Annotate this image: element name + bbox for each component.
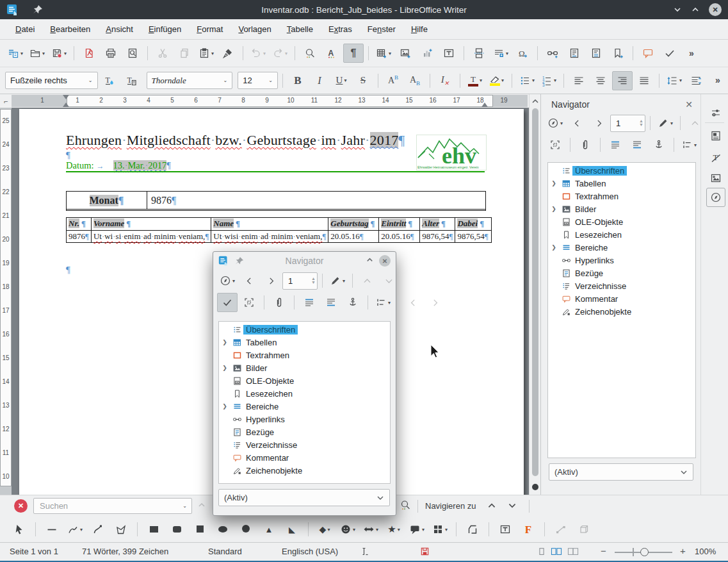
compass-button[interactable]: ▾ <box>545 113 565 133</box>
dropdown-arrow-icon[interactable]: ▾ <box>263 51 266 56</box>
track-changes-button[interactable] <box>659 44 680 63</box>
navigator-item-kommentar[interactable]: Kommentar <box>548 292 695 305</box>
expander-icon[interactable]: ❯ <box>219 403 231 409</box>
justify-button[interactable] <box>634 71 654 90</box>
chevron-right-button[interactable] <box>425 293 445 312</box>
navigator-item-verzeichnisse[interactable]: Verzeichnisse <box>219 438 390 451</box>
scrollbar-thumb[interactable] <box>532 108 538 476</box>
dropdown-arrow-icon[interactable]: ▾ <box>80 527 83 533</box>
menu-fenster[interactable]: Fenster <box>361 22 402 37</box>
chevron-right-button[interactable] <box>588 113 609 133</box>
navigator-item-bereiche[interactable]: ❯Bereiche <box>219 400 390 413</box>
zoom-level[interactable]: 100% <box>695 547 716 556</box>
check-button[interactable] <box>217 293 238 312</box>
navigator-item-kommentar[interactable]: Kommentar <box>219 451 390 464</box>
navigator-item-oleobjekte[interactable]: OLE-Objekte <box>548 215 695 228</box>
search-combo[interactable]: ⌄ <box>33 498 192 514</box>
dropdown-arrow-icon[interactable]: ▾ <box>694 142 697 148</box>
edit-points-button[interactable] <box>551 520 571 539</box>
italic-button[interactable]: I <box>309 71 330 90</box>
outline-levels-button[interactable]: ▾ <box>679 135 699 154</box>
navigator-item-verzeichnisse[interactable]: Verzeichnisse <box>548 279 695 292</box>
comment-button[interactable] <box>638 44 658 63</box>
scroll-down-icon[interactable] <box>531 475 540 484</box>
footnote-button[interactable] <box>564 44 585 63</box>
outline-levels-button[interactable]: ▾ <box>373 293 393 312</box>
page-number-spinbox[interactable]: ▲▼ <box>610 115 645 132</box>
member-table[interactable]: Nr. ¶Vorname ¶Name ¶Geburtstag ¶Eintritt… <box>66 217 492 243</box>
dropdown-arrow-icon[interactable]: ▾ <box>445 527 448 533</box>
rail-properties-tab[interactable] <box>706 103 725 122</box>
left-indent-marker[interactable] <box>63 103 69 107</box>
content-view-button[interactable] <box>545 135 565 154</box>
navigator-item-bezge[interactable]: Bezüge <box>219 426 390 438</box>
dropdown-arrow-icon[interactable]: ▾ <box>679 78 682 83</box>
dropdown-arrow-icon[interactable]: ▾ <box>388 300 391 306</box>
rail-gallery-tab[interactable] <box>706 169 725 188</box>
circle-button[interactable] <box>236 520 256 539</box>
page-number-input[interactable] <box>615 118 639 129</box>
textbox-button[interactable] <box>495 520 515 539</box>
page-break-button[interactable] <box>469 44 489 63</box>
fontwork-button[interactable]: F <box>518 520 538 539</box>
dropdown-arrow-icon[interactable]: ▾ <box>389 51 391 56</box>
symbol-shapes-button[interactable]: ▾ <box>337 520 358 539</box>
navigator-item-oleobjekte[interactable]: OLE-Objekte <box>219 374 390 387</box>
navigate-next-icon[interactable] <box>507 500 517 511</box>
spin-arrows[interactable]: ▲▼ <box>311 277 316 285</box>
page-number-input[interactable] <box>287 276 311 286</box>
menu-format[interactable]: Format <box>190 22 229 37</box>
menu-ansicht[interactable]: Ansicht <box>99 22 140 37</box>
navigator-titlebar[interactable]: Navigator ✕ <box>213 252 396 270</box>
navigator-item-tabellen[interactable]: ❯Tabellen <box>219 336 390 349</box>
chevron-up-button[interactable] <box>357 271 378 290</box>
page-number-spinbox[interactable]: ▲▼ <box>282 272 318 290</box>
bookmark-button[interactable] <box>608 44 628 63</box>
extrusion-button[interactable] <box>574 520 594 539</box>
bullets-button[interactable]: ▾ <box>517 71 537 90</box>
compass-button[interactable]: ▾ <box>217 271 238 290</box>
dropdown-arrow-icon[interactable]: ▾ <box>554 78 556 83</box>
navigator-item-bilder[interactable]: ❯Bilder <box>548 202 695 215</box>
overflow-button[interactable]: » <box>681 44 702 63</box>
find-replace-button[interactable] <box>300 44 320 63</box>
edit-pencil-button[interactable]: ▾ <box>327 271 348 290</box>
clone-button[interactable] <box>218 44 238 63</box>
zoom-slider-thumb[interactable] <box>640 548 649 556</box>
hyperlink-button[interactable] <box>542 44 563 63</box>
maximize-button[interactable] <box>691 5 700 14</box>
header-lines-button[interactable] <box>605 135 626 154</box>
new-doc-button[interactable]: ▾ <box>5 44 26 63</box>
monat-table[interactable]: Monat¶ 9876¶ <box>66 191 486 211</box>
block-arrows-button[interactable]: ▾ <box>360 520 381 539</box>
spelling-button[interactable]: A <box>321 44 342 63</box>
underline-button[interactable]: U▾ <box>331 71 352 90</box>
navigator-item-bilder[interactable]: ❯Bilder <box>219 361 390 374</box>
find-and-replace-icon[interactable] <box>400 499 411 511</box>
dropdown-arrow-icon[interactable]: ▾ <box>42 51 45 56</box>
expander-icon[interactable]: ❯ <box>548 180 560 186</box>
multi-page-view-icon[interactable] <box>549 547 563 557</box>
right-triangle-button[interactable]: ◣ <box>282 520 302 539</box>
dropdown-arrow-icon[interactable]: ▾ <box>376 527 378 533</box>
compass-tab[interactable] <box>706 188 725 207</box>
page-count-status[interactable]: Seite 1 von 1 <box>10 547 58 556</box>
subscript-button[interactable]: AB <box>405 71 425 90</box>
dropdown-arrow-icon[interactable]: ▾ <box>670 120 673 126</box>
dropdown-arrow-icon[interactable]: ▾ <box>422 527 425 533</box>
menu-vorlagen[interactable]: Vorlagen <box>232 22 277 37</box>
numbering-button[interactable]: 123▾ <box>538 71 559 90</box>
redo-button[interactable]: ▾ <box>270 44 290 63</box>
rounded-rect-button[interactable] <box>166 520 187 539</box>
navigator-item-lesezeichen[interactable]: Lesezeichen <box>548 228 695 241</box>
expander-icon[interactable]: ❯ <box>548 206 560 212</box>
paragraph-style-combo[interactable]: Fußzeile rechts⌄ <box>5 72 98 89</box>
floating-navigator[interactable]: Navigator ✕ ▾▲▼▾ ▾ Überschriften❯Tabelle… <box>213 251 396 516</box>
font-name-combo[interactable]: Thorndale⌄ <box>147 72 233 89</box>
update-style-button[interactable]: T <box>99 71 120 90</box>
rect-button[interactable] <box>143 520 164 539</box>
copy-button[interactable] <box>174 44 195 63</box>
basic-shapes-button[interactable]: ◆▾ <box>314 520 335 539</box>
stars-button[interactable]: ★▾ <box>384 520 404 539</box>
square-button[interactable] <box>190 520 210 539</box>
